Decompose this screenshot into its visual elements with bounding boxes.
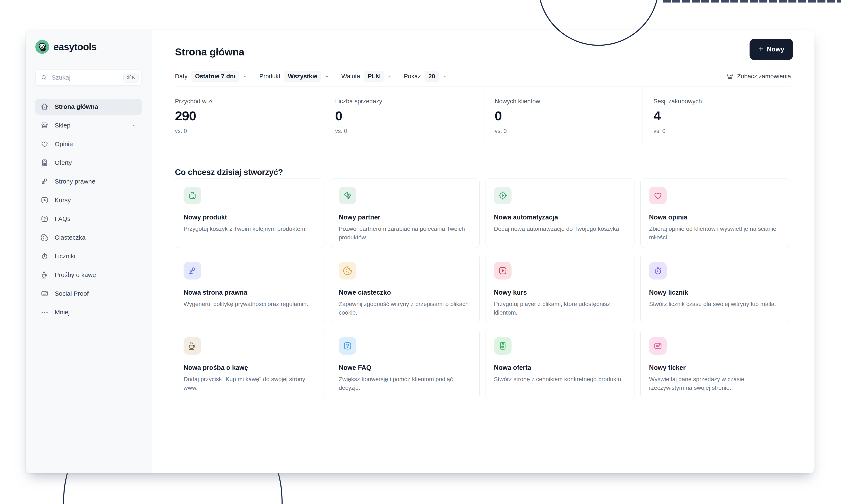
app-panel: easytools ⌘K Strona głównaSklepOpinieOfe… — [25, 30, 814, 473]
sidebar-item-label: Liczniki — [55, 253, 75, 260]
stat-nowych-klient-w: Nowych klientów0vs. 0 — [484, 87, 642, 145]
card-description: Zapewnij zgodność witryny z przepisami o… — [339, 300, 470, 317]
brand[interactable]: easytools — [35, 40, 142, 54]
ellipsis-icon — [40, 308, 49, 317]
heart-icon — [40, 140, 49, 148]
sidebar-item-oferty[interactable]: Oferty — [35, 155, 142, 171]
page: easytools ⌘K Strona głównaSklepOpinieOfe… — [0, 0, 841, 504]
store-icon — [726, 72, 734, 80]
gear-play-icon — [494, 187, 512, 204]
sidebar-item-sklep[interactable]: Sklep — [35, 118, 142, 133]
sidebar-item-kursy[interactable]: Kursy — [35, 192, 142, 208]
filter-poka-[interactable]: Pokaż20 — [404, 71, 447, 82]
store-icon — [40, 121, 49, 130]
card-nowe-faq[interactable]: Nowe FAQZwiększ konwersję i pomóż klient… — [330, 329, 480, 398]
cookie-icon — [339, 262, 356, 280]
card-description: Przygotuj player z plikami, które udostę… — [494, 300, 625, 317]
chevron-down-icon — [387, 73, 392, 79]
new-button-label: Nowy — [767, 46, 784, 53]
sidebar-item-pro-by-o-kaw-[interactable]: Prośby o kawę — [35, 267, 142, 283]
filter-label: Waluta — [341, 73, 360, 80]
filter-waluta[interactable]: WalutaPLN — [341, 71, 392, 82]
card-description: Zwiększ konwersję i pomóż klientom podją… — [339, 375, 470, 392]
page-title: Strona główna — [175, 46, 244, 58]
card-title: Nowy partner — [339, 214, 471, 221]
card-description: Zbieraj opinie od klientów i wyświetl je… — [649, 224, 780, 242]
stat-value: 0 — [335, 109, 484, 122]
card-description: Wygeneruj politykę prywatności oraz regu… — [184, 300, 315, 308]
decor-top-dashes — [663, 0, 841, 2]
sidebar-item-strona-g-wna[interactable]: Strona główna — [35, 99, 142, 115]
sidebar-item-label: Kursy — [55, 197, 71, 204]
filter-produkt[interactable]: ProduktWszystkie — [259, 71, 329, 82]
coffee-icon — [40, 271, 49, 279]
sidebar-item-liczniki[interactable]: Liczniki — [35, 248, 142, 264]
search-box[interactable]: ⌘K — [35, 69, 142, 86]
stat-label: Przychód w zł — [175, 98, 325, 105]
card-description: Stwórz stronę z cennikiem konkretnego pr… — [494, 375, 625, 383]
sidebar-item-label: Strony prawne — [55, 178, 95, 185]
view-orders-link[interactable]: Zobacz zamówienia — [726, 66, 791, 87]
offer-card-icon — [40, 159, 49, 167]
card-description: Wyświetlaj dane sprzedaży w czasie rzecz… — [649, 375, 780, 392]
card-nowy-ticker[interactable]: Nowy tickerWyświetlaj dane sprzedaży w c… — [640, 329, 790, 398]
legal-icon — [40, 177, 49, 186]
card-nowy-licznik[interactable]: Nowy licznikStwórz licznik czasu dla swo… — [640, 254, 790, 323]
sidebar-item-label: Mniej — [55, 309, 70, 316]
card-title: Nowe FAQ — [339, 364, 471, 372]
stat-label: Nowych klientów — [495, 98, 642, 105]
sidebar-item-opinie[interactable]: Opinie — [35, 136, 142, 152]
card-nowa-automatyzacja[interactable]: Nowa automatyzacjaDodaj nową automatyzac… — [485, 179, 635, 248]
stat-compare: vs. 0 — [653, 128, 814, 134]
sidebar-item-strony-prawne[interactable]: Strony prawne — [35, 174, 142, 190]
sidebar: easytools ⌘K Strona głównaSklepOpinieOfe… — [25, 30, 152, 473]
card-title: Nowy kurs — [494, 289, 626, 296]
card-description: Dodaj przycisk "Kup mi kawę" do swojej s… — [184, 375, 315, 392]
stat-compare: vs. 0 — [175, 128, 325, 134]
sidebar-item-label: Social Proof — [55, 290, 89, 297]
cookie-icon — [40, 233, 49, 242]
card-nowa-opinia[interactable]: Nowa opiniaZbieraj opinie od klientów i … — [640, 179, 790, 248]
card-nowy-partner[interactable]: Nowy partnerPozwól partnerom zarabiać na… — [330, 179, 480, 248]
card-nowa-prośba-o-kawę[interactable]: Nowa prośba o kawęDodaj przycisk "Kup mi… — [175, 329, 324, 398]
stat-compare: vs. 0 — [495, 128, 642, 134]
sidebar-item-label: Oferty — [55, 159, 72, 166]
card-nowe-ciasteczko[interactable]: Nowe ciasteczkoZapewnij zgodność witryny… — [330, 254, 480, 323]
card-title: Nowy licznik — [649, 289, 781, 296]
filter-value[interactable]: PLN — [364, 71, 384, 82]
coffee-icon — [184, 337, 201, 355]
faq-icon — [339, 337, 356, 355]
plus-icon: + — [758, 44, 763, 53]
sidebar-item-faqs[interactable]: FAQs — [35, 211, 142, 227]
offer-card-icon — [494, 337, 512, 355]
search-icon — [40, 74, 47, 81]
filter-value[interactable]: Wszystkie — [284, 71, 321, 82]
stat-value: 0 — [495, 109, 642, 122]
filter-value[interactable]: Ostatnie 7 dni — [191, 71, 239, 82]
view-orders-label: Zobacz zamówienia — [737, 73, 791, 80]
stat-value: 4 — [653, 109, 814, 122]
filter-daty[interactable]: DatyOstatnie 7 dni — [175, 71, 247, 82]
easytools-logo-icon — [35, 40, 49, 54]
filter-bar: DatyOstatnie 7 dniProduktWszystkieWaluta… — [175, 66, 459, 87]
card-nowy-produkt[interactable]: Nowy produktPrzygotuj koszyk z Twoim kol… — [175, 179, 324, 248]
search-input[interactable] — [51, 74, 123, 81]
card-title: Nowa prośba o kawę — [184, 364, 316, 372]
search-shortcut: ⌘K — [123, 73, 139, 83]
card-nowa-strona-prawna[interactable]: Nowa strona prawnaWygeneruj politykę pry… — [175, 254, 324, 323]
card-nowy-kurs[interactable]: Nowy kursPrzygotuj player z plikami, któ… — [485, 254, 635, 323]
card-title: Nowa opinia — [649, 214, 781, 221]
home-icon — [40, 103, 49, 111]
filter-value[interactable]: 20 — [425, 71, 439, 82]
sidebar-item-ciasteczka[interactable]: Ciasteczka — [35, 230, 142, 246]
new-button[interactable]: + Nowy — [750, 39, 793, 60]
card-nowa-oferta[interactable]: Nowa ofertaStwórz stronę z cennikiem kon… — [485, 329, 635, 398]
sidebar-item-social-proof[interactable]: Social Proof — [35, 286, 142, 302]
bag-icon — [184, 187, 201, 204]
social-card-icon — [40, 289, 49, 298]
card-title: Nowa automatyzacja — [494, 214, 626, 221]
stat-sesji-zakupowych: Sesji zakupowych4vs. 0 — [642, 87, 814, 145]
stat-compare: vs. 0 — [335, 128, 484, 134]
sidebar-item-mniej[interactable]: Mniej — [35, 304, 142, 320]
card-description: Przygotuj koszyk z Twoim kolejnym produk… — [184, 224, 315, 233]
